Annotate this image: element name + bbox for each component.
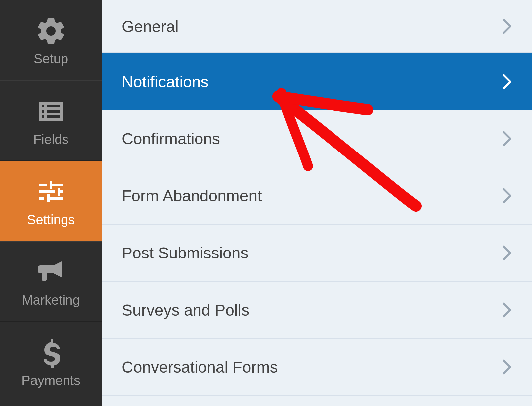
settings-item-notifications[interactable]: Notifications [102, 53, 532, 110]
dollar-icon [35, 337, 67, 368]
sidebar-item-payments[interactable]: Payments [0, 322, 102, 402]
chevron-right-icon [502, 131, 512, 147]
settings-item-label: Confirmations [122, 130, 220, 148]
settings-item-form-abandonment[interactable]: Form Abandonment [102, 167, 532, 225]
sliders-icon [35, 176, 67, 208]
sidebar-item-label: Settings [27, 213, 75, 226]
bullhorn-icon [35, 256, 67, 288]
sidebar-item-label: Fields [33, 133, 69, 146]
sidebar-item-label: Payments [21, 374, 80, 387]
settings-item-confirmations[interactable]: Confirmations [102, 110, 532, 167]
chevron-right-icon [502, 245, 512, 261]
sidebar-item-fields[interactable]: Fields [0, 80, 102, 161]
settings-item-conversational-forms[interactable]: Conversational Forms [102, 339, 532, 396]
chevron-right-icon [502, 188, 512, 204]
chevron-right-icon [502, 302, 512, 318]
settings-item-label: Form Abandonment [122, 187, 262, 205]
sidebar-item-setup[interactable]: Setup [0, 0, 102, 80]
chevron-right-icon [502, 18, 512, 34]
gear-icon [35, 15, 67, 47]
settings-item-label: Conversational Forms [122, 358, 278, 376]
settings-item-label: Surveys and Polls [122, 301, 249, 319]
sidebar-item-label: Marketing [22, 293, 80, 307]
settings-item-general[interactable]: General [102, 0, 532, 53]
sidebar-item-label: Setup [34, 52, 68, 65]
settings-item-label: Post Submissions [122, 244, 249, 262]
sidebar-nav: Setup Fields Settings Marketing Payments [0, 0, 102, 406]
app-root: Setup Fields Settings Marketing Payments [0, 0, 532, 406]
sidebar-item-settings[interactable]: Settings [0, 161, 102, 241]
chevron-right-icon [502, 74, 512, 90]
settings-item-post-submissions[interactable]: Post Submissions [102, 225, 532, 282]
settings-item-label: General [122, 17, 179, 36]
chevron-right-icon [502, 359, 512, 375]
settings-item-surveys-polls[interactable]: Surveys and Polls [102, 282, 532, 339]
sidebar-item-marketing[interactable]: Marketing [0, 241, 102, 322]
settings-panel: General Notifications Confirmations Form… [102, 0, 532, 406]
list-icon [35, 95, 67, 127]
settings-item-label: Notifications [122, 73, 208, 91]
